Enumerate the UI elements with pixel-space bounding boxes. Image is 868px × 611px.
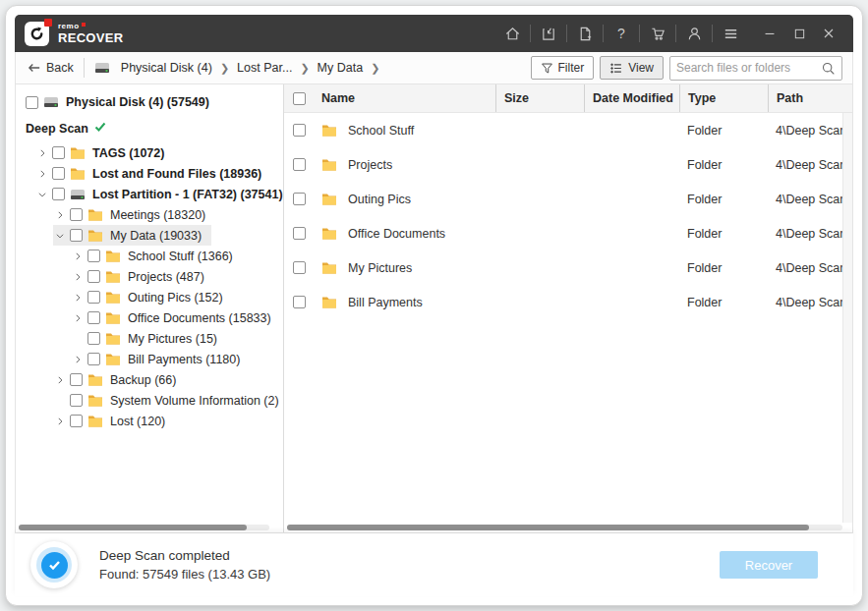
help-icon[interactable]: ? [607,22,636,45]
checkbox[interactable] [26,96,38,109]
tree-item[interactable]: Outing Pics (152) [71,287,233,307]
horizontal-scrollbar[interactable] [19,525,269,530]
checkbox[interactable] [293,193,306,205]
table-row[interactable]: Office Documents Folder 4\Deep Scan\ [284,216,852,250]
table-row[interactable]: Projects Folder 4\Deep Scan\ [284,147,852,182]
tree-item[interactable]: System Volume Information (2) [53,390,284,411]
checkbox[interactable] [87,353,100,365]
tree-item[interactable]: Office Documents (15833) [71,307,281,328]
found-value: 57549 files (13.43 GB) [143,567,270,582]
tree-item[interactable]: School Stuff (1366) [71,246,243,266]
tree-item[interactable]: Bill Payments (1180) [71,349,250,369]
chevron-icon[interactable] [71,250,85,263]
chevron-icon[interactable] [71,311,85,325]
tree-item-label: Projects (487) [128,270,204,284]
table-row[interactable]: School Stuff Folder 4\Deep Scan\ [284,113,852,147]
search-icon[interactable] [821,61,836,76]
checkbox[interactable] [293,227,306,240]
tree-root-item[interactable]: Physical Disk (4) (57549) [26,90,219,114]
save-session-icon[interactable] [534,22,563,45]
table-row[interactable]: Bill Payments Folder 4\Deep Scan\ [284,285,852,319]
checkbox[interactable] [293,261,306,274]
folder-icon [105,270,122,283]
tree-item[interactable]: Lost and Found Files (18936) [35,163,271,184]
maximize-icon[interactable] [784,22,814,45]
column-name[interactable]: Name [314,84,495,112]
tree-item[interactable]: Lost (120) [53,411,175,431]
check-icon [94,122,106,136]
tree-item[interactable]: Projects (487) [71,266,214,287]
chevron-icon[interactable] [71,270,85,284]
column-type[interactable]: Type [679,84,768,112]
checkbox[interactable] [87,332,100,345]
column-path[interactable]: Path [768,84,852,112]
filter-button[interactable]: Filter [531,56,595,80]
search-input[interactable] [676,61,821,75]
minimize-icon[interactable] [755,22,784,45]
close-icon[interactable] [814,22,843,45]
breadcrumb-separator: ❯ [298,62,311,75]
chevron-icon[interactable] [35,167,49,181]
checkbox[interactable] [70,415,83,427]
tree-item[interactable]: Meetings (18320) [53,204,215,225]
breadcrumb-separator: ❯ [369,62,381,75]
checkbox[interactable] [52,146,65,159]
checkbox[interactable] [70,208,83,221]
menu-icon[interactable] [716,22,745,45]
checkbox[interactable] [70,373,83,386]
chevron-icon[interactable] [53,394,67,408]
breadcrumb-item[interactable]: Physical Disk (4) [119,59,214,77]
file-name: Office Documents [348,227,445,241]
column-date-modified[interactable]: Date Modified [584,84,679,112]
checkbox[interactable] [87,250,100,262]
breadcrumb-item[interactable]: My Data [316,59,366,77]
back-button[interactable]: Back [24,61,78,75]
file-name: Outing Pics [348,193,411,206]
recover-button[interactable]: Recover [720,551,818,579]
table-row[interactable]: My Pictures Folder 4\Deep Scan\ [284,250,852,285]
open-file-icon[interactable] [570,22,600,45]
account-icon[interactable] [679,22,709,45]
checkbox[interactable] [52,167,65,180]
chevron-icon[interactable] [53,415,67,428]
checkbox[interactable] [87,311,100,324]
checkbox[interactable] [87,270,100,283]
tree-item[interactable]: Backup (66) [53,369,186,390]
checkbox[interactable] [87,291,100,304]
breadcrumb-item[interactable]: Lost Par... [235,59,294,77]
checkbox[interactable] [70,229,83,242]
checkbox[interactable] [293,124,306,137]
home-icon[interactable] [497,22,527,45]
vertical-scrollbar[interactable] [842,113,852,523]
chevron-icon[interactable] [53,208,67,222]
chevron-icon[interactable] [53,373,67,387]
cart-icon[interactable] [643,22,672,45]
path-cell: 4\Deep Scan\ [768,158,852,172]
checkbox[interactable] [293,158,306,171]
name-cell: My Pictures [314,261,495,275]
chevron-icon[interactable] [71,291,85,305]
select-all-checkbox[interactable] [293,92,306,105]
chevron-icon[interactable] [53,229,67,243]
column-size[interactable]: Size [495,84,584,112]
checkbox[interactable] [52,188,65,200]
tree-item[interactable]: TAGS (1072) [35,142,174,163]
chevron-icon[interactable] [71,353,85,366]
checkbox[interactable] [70,394,83,407]
tree-item[interactable]: My Pictures (15) [71,328,227,349]
chevron-icon[interactable] [35,188,49,201]
brand-top: remo [58,23,80,30]
table-row[interactable]: Outing Pics Folder 4\Deep Scan\ [284,182,852,216]
chevron-icon[interactable] [71,332,85,346]
status-text: Deep Scan completed Found: 57549 files (… [99,548,270,582]
tree-item[interactable]: My Data (19033) [53,225,211,246]
search-box[interactable] [669,56,842,81]
view-label: View [628,61,654,75]
chevron-icon[interactable] [35,146,49,160]
view-icon [609,62,623,75]
folder-icon [70,167,87,180]
tree-item[interactable]: Lost Partition - 1 (FAT32) (37541) [35,184,284,204]
checkbox[interactable] [293,296,306,308]
horizontal-scrollbar[interactable] [287,525,842,530]
view-button[interactable]: View [600,56,664,80]
